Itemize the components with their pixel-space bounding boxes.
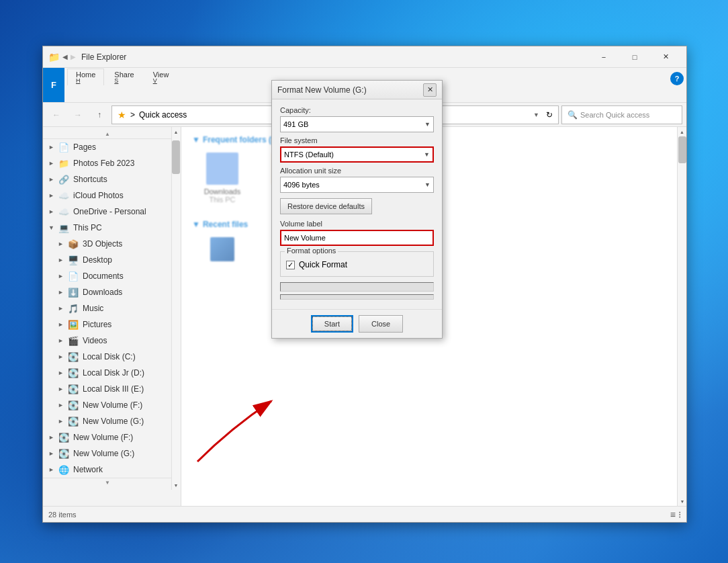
sidebar-label-photos: Photos Feb 2023: [73, 159, 134, 168]
expander-icon: ►: [48, 466, 58, 473]
file-icon: [210, 237, 234, 261]
sidebar-scroll-top-btn[interactable]: ▲: [171, 127, 181, 136]
sidebar-item-localdiskd[interactable]: ► 💽 Local Disk Jr (D:): [43, 365, 172, 381]
sidebar-item-documents[interactable]: ► 📄 Documents: [43, 268, 172, 284]
tiles-view-icon[interactable]: ⁝: [678, 509, 681, 520]
sidebar-item-onedrive[interactable]: ► ☁️ OneDrive - Personal: [43, 204, 172, 220]
tab-home[interactable]: Home H: [67, 69, 104, 85]
search-icon: 🔍: [567, 110, 578, 120]
documents-icon: 📄: [67, 270, 79, 282]
up-button[interactable]: ↑: [90, 105, 109, 124]
status-bar: 28 items ≡ ⁝: [43, 506, 686, 522]
title-bar-icons: 📁 ◀ ▶: [48, 52, 76, 62]
expander-icon: ►: [58, 370, 67, 376]
sidebar-item-volumeg[interactable]: ► 💽 New Volume (G:): [43, 445, 172, 462]
title-bar: 📁 ◀ ▶ File Explorer − □ ✕: [43, 46, 686, 68]
sidebar-item-downloads[interactable]: ► ⬇️ Downloads: [43, 284, 172, 300]
sidebar-item-icloud[interactable]: ► ☁️ iCloud Photos: [43, 187, 172, 204]
volumef-sub-icon: 💽: [67, 399, 79, 411]
help-button[interactable]: ?: [670, 72, 684, 85]
localdiskd-icon: 💽: [67, 367, 79, 379]
sidebar-item-videos[interactable]: ► 🎬 Videos: [43, 333, 172, 349]
alloc-select[interactable]: 4096 bytes ▼: [280, 177, 434, 193]
quick-format-label: Quick Format: [299, 260, 347, 269]
tab-view[interactable]: View V: [144, 69, 178, 85]
forward-button[interactable]: →: [69, 105, 87, 124]
close-button[interactable]: ✕: [650, 46, 681, 68]
quick-format-row: ✓ Quick Format: [286, 260, 428, 269]
sidebar-label-network: Network: [73, 465, 103, 474]
sidebar-scroll-bottom-btn[interactable]: ▼: [171, 480, 181, 490]
sidebar-item-thispc[interactable]: ▼ 💻 This PC: [43, 220, 172, 236]
3dobjects-icon: 📦: [67, 238, 79, 250]
dialog-close-button[interactable]: ✕: [423, 83, 437, 97]
sidebar-item-network[interactable]: ► 🌐 Network: [43, 462, 172, 478]
filesystem-label: File system: [280, 136, 434, 144]
localdiskc-icon: 💽: [67, 351, 79, 363]
expander-icon: ►: [48, 144, 58, 150]
content-scroll-down[interactable]: ▼: [678, 496, 686, 506]
sidebar-item-3dobjects[interactable]: ► 📦 3D Objects: [43, 236, 172, 252]
quick-format-checkbox[interactable]: ✓: [286, 261, 295, 269]
minimize-button[interactable]: −: [588, 46, 619, 68]
progress-bar: [280, 282, 434, 292]
frequent-header-text: Frequent folders (8): [203, 135, 279, 144]
sidebar-scroll-up[interactable]: ▲: [43, 130, 172, 139]
restore-defaults-button[interactable]: Restore device defaults: [280, 198, 372, 214]
expander-icon: ►: [58, 289, 67, 296]
recent-item-1[interactable]: [192, 234, 253, 283]
back-button[interactable]: ←: [47, 105, 66, 124]
sidebar-item-music[interactable]: ► 🎵 Music: [43, 300, 172, 316]
expander-icon: ►: [48, 160, 58, 167]
sidebar-item-pages[interactable]: ► 📄 Pages: [43, 139, 172, 155]
filesystem-select[interactable]: NTFS (Default) ▼: [280, 146, 434, 163]
filesystem-value: NTFS (Default): [284, 150, 334, 159]
format-options-legend: Format options: [285, 247, 338, 255]
dialog-footer: Start Close: [272, 309, 442, 338]
icloud-icon: ☁️: [58, 189, 70, 202]
sidebar-item-volumeg-sub[interactable]: ► 💽 New Volume (G:): [43, 413, 172, 429]
sidebar-item-volumef-sub[interactable]: ► 💽 New Volume (F:): [43, 397, 172, 413]
tab-share[interactable]: Share S: [105, 69, 142, 85]
capacity-select[interactable]: 491 GB ▼: [280, 116, 434, 132]
address-text: >: [130, 110, 135, 120]
sidebar-label-volumeg-sub: New Volume (G:): [83, 417, 144, 426]
content-scroll-thumb[interactable]: [678, 136, 686, 163]
details-view-icon[interactable]: ≡: [670, 509, 676, 520]
dialog-title-bar: Format New Volume (G:) ✕: [272, 81, 442, 99]
desktop-icon: 🖥️: [67, 254, 79, 266]
sidebar-label-documents: Documents: [83, 271, 124, 281]
sidebar-label-volumef-sub: New Volume (F:): [83, 400, 142, 410]
sidebar-scroll-track: ▲ ▼: [171, 127, 181, 490]
sidebar-scroll-thumb[interactable]: [172, 140, 180, 174]
maximize-button[interactable]: □: [619, 46, 650, 68]
sidebar-item-localdiskc[interactable]: ► 💽 Local Disk (C:): [43, 349, 172, 365]
dialog-close-btn[interactable]: Close: [359, 315, 403, 333]
sidebar-item-photos[interactable]: ► 📁 Photos Feb 2023: [43, 155, 172, 171]
forward-small-icon: ▶: [71, 53, 76, 60]
sidebar-label-pages: Pages: [73, 142, 96, 152]
refresh-icon[interactable]: ↻: [546, 110, 553, 120]
sidebar-item-diskeiii[interactable]: ► 💽 Local Disk III (E:): [43, 381, 172, 397]
file-item-downloads[interactable]: DownloadsThis PC: [192, 150, 253, 206]
sidebar-item-pictures[interactable]: ► 🖼️ Pictures: [43, 316, 172, 333]
sidebar-item-shortcuts[interactable]: ► 🔗 Shortcuts: [43, 171, 172, 187]
start-button[interactable]: Start: [311, 315, 353, 333]
sidebar-label-diske: Local Disk III (E:): [83, 384, 144, 394]
volume-label-input[interactable]: [280, 230, 434, 246]
alloc-value: 4096 bytes: [283, 181, 320, 189]
content-scrollbar: ▲ ▼: [677, 127, 686, 506]
network-icon: 🌐: [58, 464, 70, 476]
window-title: File Explorer: [81, 52, 588, 62]
file-icon: [206, 153, 238, 185]
ribbon-f-button[interactable]: F: [43, 68, 64, 102]
sidebar-item-desktop[interactable]: ► 🖥️ Desktop: [43, 252, 172, 268]
volumef-icon: 💽: [58, 431, 70, 443]
sidebar-item-volumef[interactable]: ► 💽 New Volume (F:): [43, 429, 172, 445]
sidebar-scroll-down[interactable]: ▼: [43, 478, 172, 487]
sidebar-label-icloud: iCloud Photos: [73, 191, 124, 200]
expander-icon: ►: [58, 353, 67, 360]
search-bar[interactable]: 🔍 Search Quick access: [561, 105, 682, 124]
content-scroll-up[interactable]: ▲: [678, 127, 686, 136]
dialog-content: Capacity: 491 GB ▼ File system NTFS (Def…: [272, 99, 442, 309]
